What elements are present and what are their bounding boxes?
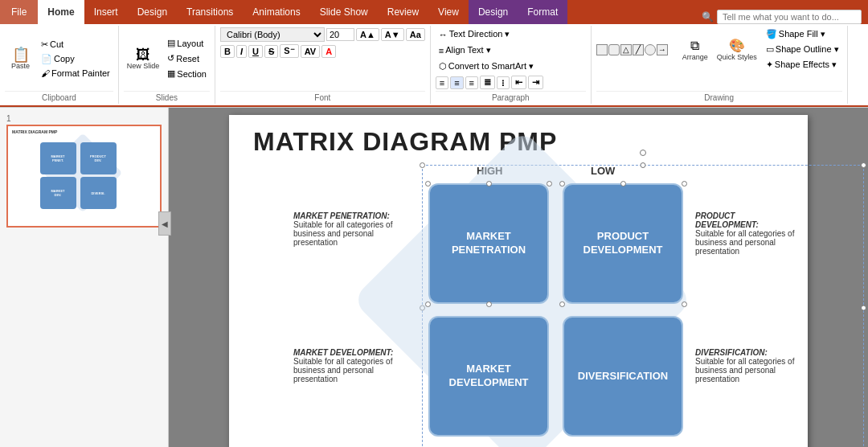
- text-shadow-button[interactable]: S⁻: [280, 44, 298, 58]
- indent-dec-button[interactable]: ⇤: [511, 76, 526, 89]
- ribbon-tab-bar: File Home Insert Design Transitions Anim…: [0, 0, 868, 24]
- align-text-icon: ≡: [439, 46, 444, 55]
- font-color-button[interactable]: A: [321, 45, 336, 58]
- tab-design[interactable]: Design: [128, 0, 177, 24]
- arrange-button[interactable]: ⧉ Arrange: [679, 37, 711, 63]
- shape-effects-icon: ✦: [766, 59, 773, 70]
- handle-tm[interactable]: [641, 162, 646, 168]
- underline-button[interactable]: U: [248, 45, 263, 58]
- tab-file[interactable]: File: [0, 0, 38, 24]
- strikethrough-button[interactable]: S: [264, 45, 278, 58]
- bold-button[interactable]: B: [220, 45, 235, 58]
- columns-button[interactable]: ⫶: [497, 76, 510, 89]
- char-spacing-button[interactable]: AV: [301, 45, 320, 58]
- reset-label: Reset: [176, 54, 199, 64]
- section-icon: ▦: [167, 68, 175, 79]
- quadrant-product-development[interactable]: PRODUCTDEVELOPMENT: [563, 183, 683, 304]
- quad-handle-8[interactable]: [486, 301, 492, 307]
- shape-line[interactable]: ╱: [633, 44, 644, 55]
- quad-handle-3[interactable]: [547, 181, 552, 187]
- section-button[interactable]: ▦ Section: [164, 67, 210, 80]
- slide[interactable]: MATRIX DIAGRAM PMP HIGH LOW: [229, 115, 808, 447]
- quick-styles-button[interactable]: 🎨 Quick Styles: [714, 36, 760, 63]
- quad-handle-2[interactable]: [486, 181, 492, 187]
- shape-circle[interactable]: [645, 44, 656, 55]
- tab-home[interactable]: Home: [38, 0, 84, 24]
- quadrant-diversification[interactable]: DIVERSIFICATION: [563, 316, 683, 437]
- quad-handle-5[interactable]: [620, 181, 626, 187]
- shape-tri[interactable]: △: [620, 44, 632, 55]
- justify-button[interactable]: ≣: [480, 76, 495, 89]
- cut-button[interactable]: ✂ Cut: [38, 38, 113, 51]
- para-row-4: ≡ ≡ ≡ ≣ ⫶ ⇤ ⇥: [436, 76, 543, 89]
- tab-review[interactable]: Review: [378, 0, 428, 24]
- font-row-1: Calibri (Body) A▲ A▼ Aa: [220, 27, 425, 42]
- text-direction-label: Text Direction ▾: [449, 29, 510, 39]
- text-direction-button[interactable]: ↔ Text Direction ▾: [436, 27, 514, 41]
- tab-slideshow[interactable]: Slide Show: [310, 0, 378, 24]
- align-right-button[interactable]: ≡: [465, 76, 478, 89]
- font-size-input[interactable]: [326, 28, 354, 41]
- shape-arrow[interactable]: →: [657, 44, 668, 55]
- align-center-button[interactable]: ≡: [450, 76, 463, 89]
- rotate-handle[interactable]: [640, 150, 646, 156]
- italic-button[interactable]: I: [236, 45, 247, 58]
- quad-handle-10[interactable]: [682, 301, 687, 307]
- font-decrease-button[interactable]: A▼: [381, 28, 404, 41]
- handle-tr[interactable]: [861, 162, 866, 168]
- handle-mr[interactable]: [861, 305, 866, 310]
- shape-rect[interactable]: [596, 44, 608, 55]
- paste-icon: 📋: [12, 47, 30, 62]
- tab-animations[interactable]: Animations: [243, 0, 309, 24]
- convert-smartart-label: Convert to SmartArt ▾: [448, 61, 534, 72]
- search-input[interactable]: [717, 10, 862, 24]
- format-painter-button[interactable]: 🖌 Format Painter: [38, 67, 113, 80]
- slide-thumbnail[interactable]: MATRIX DIAGRAM PMP MARKETPENET. PRODUCTD…: [6, 125, 162, 228]
- quad-handle-4[interactable]: [559, 181, 565, 187]
- tab-format[interactable]: Format: [518, 0, 567, 24]
- shape-effects-button[interactable]: ✦ Shape Effects ▾: [763, 58, 842, 72]
- slide-thumb-inner: MATRIX DIAGRAM PMP MARKETPENET. PRODUCTD…: [10, 128, 158, 224]
- quad-handle-9[interactable]: [559, 301, 565, 307]
- panel-collapse-button[interactable]: ◀: [158, 211, 171, 236]
- align-text-button[interactable]: ≡ Align Text ▾: [436, 43, 494, 57]
- new-slide-button[interactable]: 🖼 New Slide: [124, 46, 163, 72]
- annotation-market-development: MARKET DEVELOPMENT: Suitable for all cat…: [293, 348, 398, 383]
- format-painter-icon: 🖌: [41, 68, 50, 78]
- tab-design2[interactable]: Design: [469, 0, 518, 24]
- align-left-button[interactable]: ≡: [436, 76, 448, 89]
- anno-div-title: DIVERSIFICATION:: [695, 348, 768, 357]
- paragraph-label: Paragraph: [436, 91, 586, 102]
- anno-pd-title: PRODUCT DEVELOPMENT:: [695, 211, 759, 229]
- label-low: LOW: [591, 165, 615, 177]
- layout-icon: ▤: [167, 38, 175, 48]
- indent-inc-button[interactable]: ⇥: [528, 76, 543, 89]
- convert-smartart-button[interactable]: ⬡ Convert to SmartArt ▾: [436, 59, 537, 73]
- clear-format-button[interactable]: Aa: [406, 28, 425, 41]
- clipboard-label: Clipboard: [5, 91, 113, 102]
- cut-label: Cut: [50, 39, 63, 49]
- tab-insert[interactable]: Insert: [84, 0, 128, 24]
- reset-button[interactable]: ↺ Reset: [164, 51, 210, 65]
- para-row-2: ≡ Align Text ▾: [436, 43, 494, 57]
- font-increase-button[interactable]: A▲: [356, 28, 379, 41]
- annotation-product-development: PRODUCT DEVELOPMENT: Suitable for all ca…: [695, 211, 800, 256]
- paste-button[interactable]: 📋 Paste: [5, 44, 36, 73]
- copy-button[interactable]: 📄 Copy: [38, 52, 113, 66]
- slide-panel: 1 MATRIX DIAGRAM PMP MARKETPENET. PRODUC…: [0, 108, 169, 447]
- tab-view[interactable]: View: [428, 0, 469, 24]
- shape-outline-button[interactable]: ▭ Shape Outline ▾: [763, 43, 842, 56]
- quad-handle-7[interactable]: [425, 301, 431, 307]
- font-family-select[interactable]: Calibri (Body): [220, 27, 325, 42]
- quadrant-market-development[interactable]: MARKETDEVELOPMENT: [428, 316, 549, 437]
- tab-transitions[interactable]: Transitions: [177, 0, 243, 24]
- quad-handle-1[interactable]: [425, 181, 431, 187]
- shape-fill-button[interactable]: 🪣 Shape Fill ▾: [763, 27, 842, 41]
- handle-tl[interactable]: [420, 162, 425, 168]
- layout-button[interactable]: ▤ Layout: [164, 36, 210, 50]
- shape-round-rect[interactable]: [608, 44, 620, 55]
- shape-fill-icon: 🪣: [766, 29, 777, 39]
- quick-styles-icon: 🎨: [729, 38, 745, 53]
- quadrant-market-penetration[interactable]: MARKETPENETRATION: [428, 183, 549, 304]
- quad-handle-6[interactable]: [682, 181, 687, 187]
